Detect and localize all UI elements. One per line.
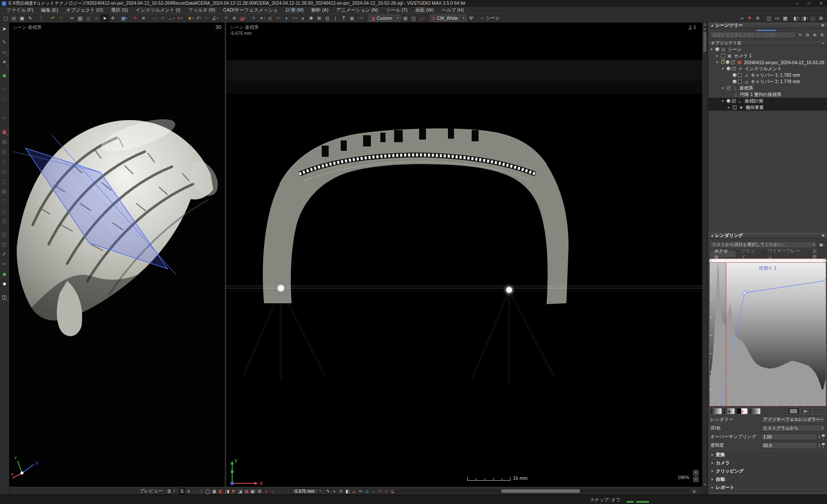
separator[interactable] [476,14,479,22]
tree-expand-arrow[interactable]: ▾ [711,47,715,51]
menu-item[interactable]: オブジェクト (O) [62,7,107,13]
slice-position-input[interactable]: -5.675 mm [292,488,318,494]
scene-selector[interactable]: ✓ シーン [479,14,502,22]
param-slider[interactable] [821,434,825,440]
vscroll-thumb[interactable] [703,32,706,52]
visibility-toggle[interactable] [727,67,731,71]
render-mode-tab[interactable]: ワイヤーフレーム [764,250,808,257]
line-icon[interactable]: ∕ [383,488,389,495]
copy-icon[interactable]: ▧ [76,14,84,22]
tree-row[interactable]: キャリパー 1: 1.782 mm [708,72,827,78]
window-grid-icon[interactable]: ▦ [401,14,410,22]
snapshot-icon[interactable]: ◱ [0,206,9,216]
scene-tree-header[interactable]: ◢ シーンツリー ✚ [708,22,827,29]
sort-arrow-icon[interactable]: ▲ [822,42,824,44]
quad-view-icon[interactable]: ▦ [781,14,790,22]
panel-collapse-icon[interactable]: ◢ [711,24,713,27]
layers-icon[interactable]: ≡ [0,156,9,166]
visibility-toggle[interactable] [715,47,719,51]
dash2-icon[interactable]: – [370,488,376,495]
wand-tool-icon[interactable]: ✦ ▾ [258,14,266,22]
tree-checkbox[interactable] [732,99,736,103]
viewport-2d[interactable]: シーン 座標系 -5.675 mm 上 1 [226,22,702,487]
gear-star-icon[interactable]: ❋ [307,14,315,22]
separator[interactable] [46,14,49,22]
save-icon[interactable]: ▣ [18,14,26,22]
separator[interactable] [0,289,9,292]
tree-row[interactable]: ▾ インスツルメント [708,65,827,72]
open-icon[interactable]: ▤ [10,14,18,22]
menu-item[interactable]: アニメーション (N) [333,7,382,13]
tire-ct-slice[interactable]: y X [226,22,702,487]
separator[interactable] [148,14,151,22]
grid-toggle-icon[interactable]: ⊞ [256,488,263,495]
soft-eraser-icon[interactable]: ◆ [0,269,9,279]
text-tool-icon[interactable]: T [340,14,348,22]
zoom-out-button[interactable]: − [693,476,699,482]
separator[interactable] [247,14,250,22]
dock-arrow-icon[interactable]: ⇥ [737,14,746,22]
menu-item[interactable]: ツール (T) [382,7,411,13]
param-field[interactable]: 1.00 [761,433,818,440]
pin-icon[interactable]: ✚ [820,23,825,28]
menu-item[interactable]: 選択 (S) [107,7,132,13]
xray-lens-icon[interactable]: x [299,14,307,22]
merge-icon[interactable]: ≣ [0,166,9,176]
window-arrange-icon[interactable]: ◱ [809,14,817,22]
histogram-grid-button[interactable] [788,408,799,414]
single-view-icon[interactable]: ▭ [773,14,781,22]
feature-star-icon[interactable]: ★ ▾ [187,14,195,22]
menu-item[interactable]: CAD/サーフェスメッシュ [219,7,282,13]
ramp-icon[interactable]: ◭ [351,488,357,495]
param-spinner[interactable]: ▲▼ [818,435,821,439]
measurement-template-combo[interactable]: ◨ Custom [368,15,401,22]
separator[interactable] [117,14,120,22]
menu-item[interactable]: ファイル (F) [3,7,37,13]
registration-pen-icon[interactable]: ✎ [131,14,140,22]
rect-selection-icon[interactable]: ▭ ▾ [0,47,9,57]
crop-icon[interactable]: ◰ [0,176,9,186]
tree-row[interactable]: ▸ カメラ 1 [708,53,827,59]
separator[interactable] [762,14,765,22]
collapsed-section[interactable]: ▸ カメラ [708,459,827,467]
tree-checkbox[interactable] [738,80,742,84]
region-add-button[interactable]: ⊕ [736,408,748,414]
simplify-icon[interactable]: ▱ [151,14,159,22]
droplet-icon[interactable]: ● [283,14,291,22]
preview-value-input[interactable]: 3 [165,488,172,494]
histogram-range-strip[interactable] [710,259,826,263]
tree-expand-arrow[interactable]: ▾ [716,60,721,64]
separator[interactable] [65,14,68,22]
viewport-2d-hscrollbar[interactable]: ▶ [394,488,692,494]
tree-checkbox[interactable] [727,86,731,90]
separator[interactable] [0,80,9,84]
annotate-red-icon[interactable]: ✎ [376,488,383,495]
menu-item[interactable]: 解析 (A) [308,7,333,13]
gradient-add-button[interactable]: + [710,408,722,414]
pin-icon[interactable]: ✚ [821,233,826,238]
group-icon[interactable]: ▧ [0,229,9,239]
rotate-slice-icon[interactable]: ↻ [338,488,344,495]
separator[interactable] [0,67,9,70]
small-view-icon[interactable]: ▫ [269,488,276,495]
lighting-person-icon[interactable]: 人 [198,488,205,495]
render-preset-select[interactable]: リストから項目を選択してください... [710,241,817,248]
scroll-up-arrow[interactable]: ▲ [703,28,707,30]
white-swatch[interactable]: ■ [0,279,9,289]
collapse-all-icon[interactable]: ⊟ [804,32,811,38]
draw-marker-icon[interactable]: ✎ [0,37,9,47]
split-layout-icon[interactable]: ◫ [765,14,773,22]
pattern-tool-icon[interactable]: ✐ ▾ [195,14,203,22]
tree-row[interactable]: ▾ シーン [708,46,827,53]
select-pointer-icon[interactable]: ➤ [0,24,9,34]
delete-icon[interactable]: ✕ [140,14,148,22]
erase-region-icon[interactable]: ◪ ▾ [239,14,247,22]
undo-icon[interactable]: ↶ [49,14,57,22]
visibility-toggle[interactable] [733,80,737,84]
left-panel-icon[interactable]: ◧ ▾ [793,14,801,22]
collapsed-section[interactable]: ▸ レポート [708,483,827,492]
maximize-button[interactable]: □ [803,0,815,7]
minimize-button[interactable]: ─ [791,0,803,7]
layout-icon[interactable]: ◫ [410,14,418,22]
pointer-tool-icon[interactable]: ➤ [101,14,109,22]
